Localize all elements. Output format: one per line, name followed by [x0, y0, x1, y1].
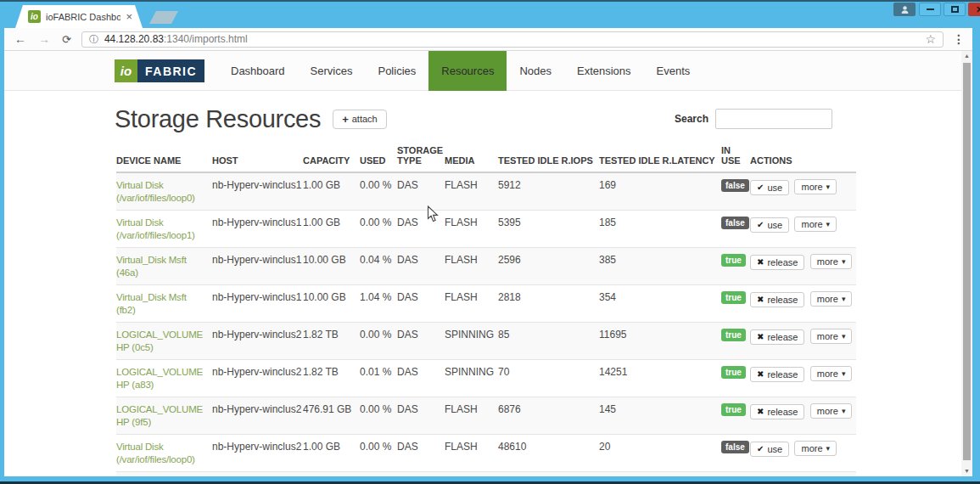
device-name-line1: LOGICAL_VOLUME — [116, 403, 207, 416]
more-button[interactable]: more▾ — [810, 329, 853, 344]
scroll-down-icon[interactable]: ▼ — [961, 466, 972, 476]
page-info-icon[interactable]: ⓘ — [89, 33, 98, 46]
minimize-button[interactable] — [919, 3, 941, 16]
actions-cell: ✖release more▾ — [750, 323, 856, 360]
in-use-badge: true — [721, 403, 746, 416]
host-cell: nb-Hyperv-winclus1 — [212, 211, 303, 248]
more-button[interactable]: more▾ — [794, 441, 837, 456]
more-button[interactable]: more▾ — [810, 403, 853, 419]
capacity-cell: 1.00 GB — [303, 211, 360, 248]
action-icon: ✖ — [757, 295, 764, 304]
latency-cell: 17 — [599, 472, 721, 477]
action-button-label: use — [767, 183, 782, 193]
address-bar[interactable]: ⓘ 44.128.20.83:1340/imports.html ☆ — [81, 31, 944, 48]
device-name-line1: Virtual Disk — [116, 441, 207, 453]
more-button[interactable]: more▾ — [810, 366, 853, 381]
actions-cell: ✔use more▾ — [750, 211, 856, 248]
column-header: MEDIA — [445, 142, 498, 172]
logo-fabric: FABRIC — [137, 59, 204, 82]
more-button-label: more — [801, 443, 822, 453]
device-cell: Virtual Disk (/var/iof/files/loop0) — [116, 435, 212, 472]
refresh-icon[interactable]: ⟳ — [62, 34, 71, 45]
more-button-label: more — [817, 294, 838, 304]
storage-type-cell: DAS — [397, 211, 445, 248]
primary-action-button[interactable]: ✖release — [750, 255, 804, 270]
more-button[interactable]: more▾ — [794, 179, 837, 194]
nav-item-events[interactable]: Events — [644, 51, 703, 91]
table-row: LOGICAL_VOLUME HP (0c5) nb-Hyperv-winclu… — [116, 323, 856, 360]
more-button[interactable]: more▾ — [810, 291, 853, 307]
window-top-edge — [0, 0, 980, 2]
used-cell: 0.01 % — [360, 360, 397, 397]
actions-cell: ✖release more▾ — [750, 360, 856, 397]
nav-item-extensions[interactable]: Extensions — [564, 51, 644, 91]
in-use-cell: false — [721, 172, 750, 211]
device-link[interactable]: LOGICAL_VOLUME HP (a83) — [116, 366, 207, 391]
nav-item-policies[interactable]: Policies — [365, 51, 428, 91]
iops-cell: 6876 — [498, 397, 599, 435]
nav-item-dashboard[interactable]: Dashboard — [218, 51, 298, 91]
search-label: Search — [675, 113, 708, 125]
device-link[interactable]: LOGICAL_VOLUME HP (0c5) — [116, 329, 207, 354]
iofabric-logo[interactable]: io FABRIC — [115, 59, 204, 82]
column-header: STORAGE TYPE — [397, 142, 445, 172]
browser-tab[interactable]: io ioFABRIC Dashboard × — [15, 5, 143, 28]
device-link[interactable]: Virtual Disk (/var/iof/files/loop0) — [116, 441, 207, 466]
device-name-line1: LOGICAL_VOLUME — [116, 329, 207, 341]
used-cell: 0.00 % — [360, 472, 397, 477]
media-cell: SPINNING — [445, 323, 498, 360]
primary-action-button[interactable]: ✖release — [750, 329, 804, 345]
latency-cell: 145 — [599, 397, 721, 435]
media-cell: FLASH — [445, 397, 498, 435]
nav-item-resources[interactable]: Resources — [428, 51, 507, 91]
attach-button[interactable]: + attach — [333, 110, 387, 129]
tab-close-icon[interactable]: × — [126, 11, 132, 22]
action-button-label: release — [767, 332, 798, 342]
new-tab-button[interactable] — [149, 11, 178, 24]
forward-icon[interactable]: → — [38, 33, 50, 45]
nav-item-nodes[interactable]: Nodes — [507, 51, 564, 91]
scroll-up-icon[interactable]: ▲ — [961, 51, 972, 61]
vertical-scrollbar[interactable]: ▲ ▼ — [961, 51, 972, 476]
app-navbar: io FABRIC DashboardServicesPoliciesResou… — [4, 51, 961, 91]
nav-item-services[interactable]: Services — [298, 51, 366, 91]
primary-action-button[interactable]: ✖release — [750, 404, 804, 419]
action-icon: ✖ — [757, 408, 764, 416]
storage-type-cell: DAS — [397, 360, 445, 397]
primary-action-button[interactable]: ✖release — [750, 367, 804, 382]
device-link[interactable]: Virtual_Disk Msft (46a) — [116, 254, 207, 279]
close-button[interactable]: ✕ — [968, 3, 980, 16]
plus-icon: + — [342, 114, 349, 125]
device-link[interactable]: LOGICAL_VOLUME HP (9f5) — [116, 403, 207, 429]
more-button[interactable]: more▾ — [810, 254, 853, 269]
in-use-badge: true — [721, 254, 746, 267]
host-cell: nb-Hyperv-winclus2 — [212, 360, 303, 397]
host-cell: nb-Hyperv-winclus1 — [212, 248, 303, 285]
column-header: TESTED IDLE R.IOPS — [498, 142, 599, 172]
profile-button[interactable] — [893, 3, 916, 16]
kebab-menu-icon[interactable]: ⋮ — [953, 32, 965, 46]
more-button[interactable]: more▾ — [794, 217, 837, 232]
device-name-line2: (/var/iof/files/loop0) — [116, 453, 207, 466]
primary-action-button[interactable]: ✖release — [750, 292, 804, 307]
action-button-label: use — [767, 444, 782, 454]
search-input[interactable] — [715, 109, 832, 129]
minimize-icon — [927, 8, 934, 10]
back-icon[interactable]: ← — [14, 33, 26, 45]
in-use-cell: false — [721, 211, 750, 248]
maximize-button[interactable] — [944, 3, 966, 16]
table-header-row: DEVICE NAMEHOSTCAPACITYUSEDSTORAGE TYPEM… — [116, 142, 856, 172]
primary-action-button[interactable]: ✔use — [750, 442, 789, 457]
in-use-badge: true — [721, 291, 746, 304]
device-link[interactable]: Virtual_Disk Msft (fb2) — [116, 291, 207, 317]
device-link[interactable]: Virtual Disk (/var/iof/files/loop0) — [116, 179, 207, 205]
maximize-icon — [951, 6, 959, 13]
caret-down-icon: ▾ — [842, 258, 846, 266]
more-button-label: more — [817, 406, 838, 416]
bookmark-star-icon[interactable]: ☆ — [925, 32, 936, 46]
device-cell: Virtual_Disk Msft (46a) — [116, 248, 212, 285]
primary-action-button[interactable]: ✔use — [750, 180, 789, 195]
scrollbar-thumb[interactable] — [963, 63, 971, 460]
device-link[interactable]: Virtual Disk (/var/iof/files/loop1) — [116, 217, 207, 242]
primary-action-button[interactable]: ✔use — [750, 217, 789, 233]
